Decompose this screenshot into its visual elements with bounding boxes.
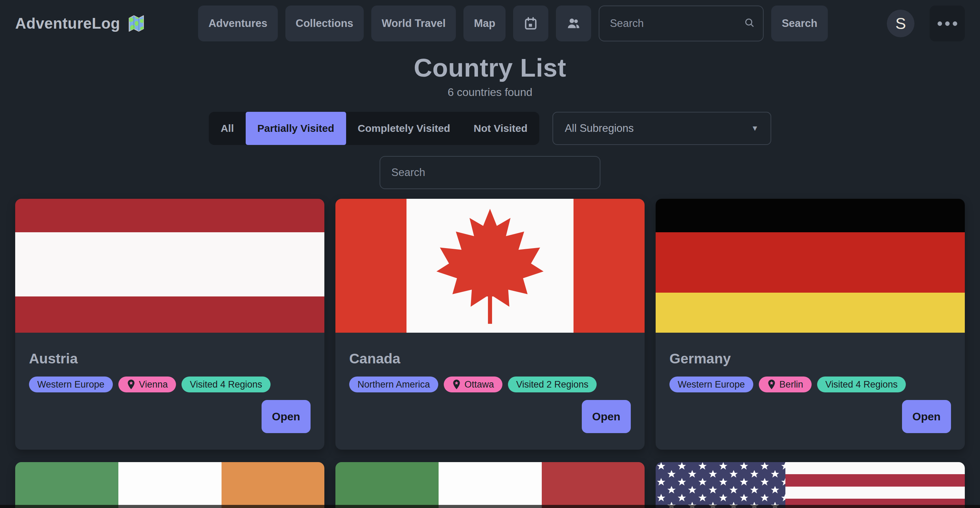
subregion-select[interactable]: All Subregions ▼ bbox=[552, 112, 771, 145]
maple-leaf-icon bbox=[433, 204, 547, 327]
map-pin-icon bbox=[767, 379, 776, 390]
nav-world-travel[interactable]: World Travel bbox=[371, 6, 456, 41]
page-title: Country List bbox=[0, 53, 980, 83]
main-nav: Adventures Collections World Travel Map bbox=[198, 6, 591, 41]
chevron-down-icon: ▼ bbox=[751, 124, 759, 133]
more-options-button[interactable] bbox=[930, 6, 965, 41]
region-badge: Western Europe bbox=[670, 376, 753, 392]
calendar-button[interactable] bbox=[513, 6, 548, 41]
capital-name: Ottawa bbox=[465, 379, 494, 390]
users-button[interactable] bbox=[556, 6, 591, 41]
country-card-partial-1 bbox=[15, 462, 325, 508]
navbar: AdventureLog Adventures Collections Worl… bbox=[0, 0, 980, 47]
capital-name: Berlin bbox=[780, 379, 803, 390]
world-map-icon bbox=[126, 13, 146, 33]
tab-partially-visited[interactable]: Partially Visited bbox=[246, 112, 346, 145]
region-badge: Western Europe bbox=[29, 376, 113, 392]
visited-regions-badge: Visited 2 Regions bbox=[508, 376, 597, 392]
country-search-input[interactable] bbox=[380, 156, 600, 189]
ireland-flag bbox=[15, 462, 325, 508]
nav-collections[interactable]: Collections bbox=[285, 6, 364, 41]
austria-flag bbox=[15, 199, 325, 333]
calendar-icon bbox=[523, 16, 538, 31]
map-pin-icon bbox=[127, 379, 135, 390]
tab-not-visited[interactable]: Not Visited bbox=[462, 112, 539, 145]
ellipsis-icon bbox=[937, 21, 942, 26]
capital-badge: Ottawa bbox=[444, 376, 503, 392]
navbar-search bbox=[599, 6, 764, 41]
visit-filter-tabs: All Partially Visited Completely Visited… bbox=[209, 112, 539, 145]
app-logo[interactable]: AdventureLog bbox=[15, 13, 146, 33]
country-card-partial-2 bbox=[336, 462, 644, 508]
germany-flag bbox=[655, 199, 965, 333]
visited-regions-badge: Visited 4 Regions bbox=[181, 376, 270, 392]
visited-regions-badge: Visited 4 Regions bbox=[817, 376, 906, 392]
bottom-edge bbox=[0, 505, 980, 508]
usa-flag bbox=[655, 462, 965, 508]
countries-found-count: 6 countries found bbox=[0, 86, 980, 99]
app-title: AdventureLog bbox=[15, 15, 120, 32]
nav-adventures[interactable]: Adventures bbox=[198, 6, 278, 41]
open-button[interactable]: Open bbox=[582, 400, 631, 433]
italy-flag bbox=[336, 462, 644, 508]
canada-flag bbox=[336, 199, 644, 333]
country-card-partial-3 bbox=[655, 462, 965, 508]
open-button[interactable]: Open bbox=[262, 400, 310, 433]
country-card-canada: Canada Northern America Ottawa Visited 2… bbox=[336, 199, 644, 450]
country-card-austria: Austria Western Europe Vienna Visited 4 … bbox=[15, 199, 325, 450]
open-button[interactable]: Open bbox=[902, 400, 951, 433]
capital-name: Vienna bbox=[139, 379, 168, 390]
tab-completely-visited[interactable]: Completely Visited bbox=[346, 112, 462, 145]
country-name: Austria bbox=[29, 350, 310, 367]
nav-map[interactable]: Map bbox=[463, 6, 506, 41]
search-icon bbox=[744, 17, 756, 30]
country-card-germany: Germany Western Europe Berlin Visited 4 … bbox=[655, 199, 965, 450]
capital-badge: Vienna bbox=[118, 376, 176, 392]
users-icon bbox=[566, 16, 581, 32]
capital-badge: Berlin bbox=[759, 376, 811, 392]
navbar-search-input[interactable] bbox=[599, 6, 764, 41]
region-badge: Northern America bbox=[349, 376, 438, 392]
country-name: Germany bbox=[670, 350, 951, 367]
subregion-selected-value: All Subregions bbox=[565, 122, 634, 135]
navbar-search-button[interactable]: Search bbox=[771, 6, 827, 41]
country-name: Canada bbox=[349, 350, 631, 367]
map-pin-icon bbox=[452, 379, 461, 390]
tab-all[interactable]: All bbox=[209, 112, 245, 145]
filters-row: All Partially Visited Completely Visited… bbox=[0, 112, 980, 145]
avatar[interactable]: S bbox=[887, 10, 915, 37]
country-grid: Austria Western Europe Vienna Visited 4 … bbox=[0, 199, 980, 508]
